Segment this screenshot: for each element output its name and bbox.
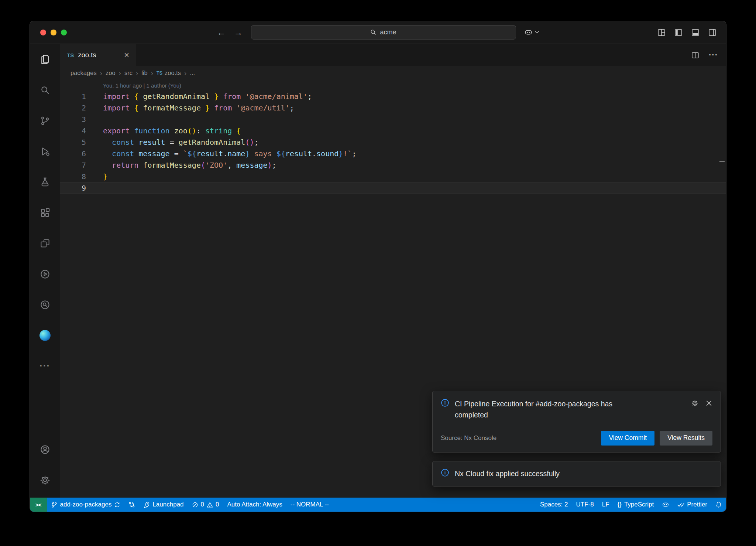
code-line[interactable]: 6 const message = `${result.name} says $… <box>60 148 726 160</box>
warnings-count: 0 <box>216 501 219 508</box>
code-line[interactable]: 5 const result = getRandomAnimal(); <box>60 137 726 148</box>
notification-settings-gear-icon[interactable] <box>691 399 699 407</box>
git-branch-icon <box>51 501 58 508</box>
command-center-search[interactable]: acme <box>251 25 516 40</box>
remote-explorer-icon[interactable] <box>30 228 60 259</box>
indentation-status[interactable]: Spaces: 2 <box>536 498 572 512</box>
copilot-icon <box>662 501 669 508</box>
toggle-secondary-sidebar-icon[interactable] <box>708 28 717 37</box>
code-text: import { getRandomAnimal } from '@acme/a… <box>86 91 312 102</box>
breadcrumb-item-lib[interactable]: lib <box>141 69 148 76</box>
notification-toast-ci-pipeline: CI Pipeline Execution for #add-zoo-packa… <box>432 391 721 453</box>
code-text: import { formatMessage } from '@acme/uti… <box>86 102 294 114</box>
inspect-circle-icon[interactable] <box>30 289 60 320</box>
breadcrumb: packages › zoo › src › lib › TS zoo.ts ›… <box>60 66 726 80</box>
copilot-menu-button[interactable] <box>524 28 539 37</box>
launchpad-label: Launchpad <box>152 501 183 508</box>
view-commit-button[interactable]: View Commit <box>601 431 654 446</box>
search-sidebar-icon[interactable] <box>30 75 60 105</box>
more-views-icon[interactable]: ··· <box>30 351 60 381</box>
search-icon <box>370 29 377 35</box>
toggle-panel-icon[interactable] <box>691 28 700 37</box>
launchpad-status[interactable]: Launchpad <box>139 498 188 512</box>
remote-indicator[interactable]: >< <box>30 498 47 512</box>
double-check-icon <box>677 502 684 508</box>
zoom-window-button[interactable] <box>61 30 67 35</box>
inline-blame-annotation: You, 1 hour ago | 1 author (You) <box>103 82 181 89</box>
code-line[interactable]: 2import { formatMessage } from '@acme/ut… <box>60 102 726 114</box>
chevron-down-icon <box>535 31 539 34</box>
line-number: 2 <box>60 102 86 114</box>
notification-source: Source: Nx Console <box>441 434 496 442</box>
code-line[interactable]: 3 <box>60 114 726 125</box>
breadcrumb-item-zoo[interactable]: zoo <box>106 69 116 76</box>
info-icon <box>441 468 449 477</box>
problems-status[interactable]: 0 0 <box>188 498 223 512</box>
vim-mode-label: -- NORMAL -- <box>291 501 329 508</box>
navigate-back-icon[interactable]: ← <box>217 28 226 37</box>
code-line[interactable]: 7 return formatMessage('ZOO', message); <box>60 160 726 171</box>
breadcrumb-file-label: zoo.ts <box>165 69 181 76</box>
language-label: TypeScript <box>624 501 654 508</box>
copilot-status[interactable] <box>658 498 673 512</box>
errors-count: 0 <box>201 501 204 508</box>
eol-status[interactable]: LF <box>598 498 614 512</box>
tab-close-icon[interactable]: × <box>124 51 129 59</box>
breadcrumb-item-src[interactable]: src <box>124 69 133 76</box>
breadcrumb-item-tail[interactable]: ... <box>190 69 195 76</box>
view-results-button[interactable]: View Results <box>660 431 712 446</box>
split-editor-icon[interactable] <box>691 51 699 59</box>
toggle-primary-sidebar-icon[interactable] <box>674 28 683 37</box>
minimize-window-button[interactable] <box>51 30 56 35</box>
git-compare-status[interactable] <box>124 498 139 512</box>
git-branch-status[interactable]: add-zoo-packages <box>47 498 125 512</box>
explorer-icon[interactable] <box>30 44 60 75</box>
breadcrumb-separator: › <box>184 69 186 76</box>
vim-mode-status[interactable]: -- NORMAL -- <box>286 498 333 512</box>
vscode-window: ← → acme <box>30 21 726 512</box>
bell-icon <box>715 501 722 508</box>
edge-browser-icon[interactable] <box>30 320 60 351</box>
code-line[interactable]: 8} <box>60 171 726 182</box>
breadcrumb-separator: › <box>151 69 153 76</box>
encoding-label: UTF-8 <box>576 501 594 508</box>
encoding-status[interactable]: UTF-8 <box>572 498 598 512</box>
navigate-forward-icon[interactable]: → <box>234 28 243 37</box>
overview-ruler-marker <box>719 161 725 162</box>
language-mode-status[interactable]: {} TypeScript <box>614 498 658 512</box>
code-lines: 1import { getRandomAnimal } from '@acme/… <box>60 91 726 194</box>
line-number: 3 <box>60 114 86 125</box>
tab-label: zoo.ts <box>78 51 96 59</box>
run-debug-icon[interactable] <box>30 136 60 167</box>
play-circle-icon[interactable] <box>30 259 60 289</box>
branch-name-label: add-zoo-packages <box>60 501 112 508</box>
notification-close-icon[interactable] <box>705 400 712 407</box>
code-text: export function zoo(): string { <box>86 125 241 137</box>
sync-icon <box>114 502 120 508</box>
code-line[interactable]: 9 <box>60 182 726 194</box>
close-window-button[interactable] <box>40 30 46 35</box>
editor-actions-more-icon[interactable]: ··· <box>709 50 718 60</box>
copilot-icon <box>524 28 533 37</box>
code-line[interactable]: 1import { getRandomAnimal } from '@acme/… <box>60 91 726 102</box>
auto-attach-status[interactable]: Auto Attach: Always <box>223 498 286 512</box>
breadcrumb-item-packages[interactable]: packages <box>71 69 97 76</box>
braces-icon: {} <box>618 501 622 508</box>
tab-zoo-ts[interactable]: TS zoo.ts × <box>60 44 136 66</box>
source-control-icon[interactable] <box>30 105 60 136</box>
tab-bar: TS zoo.ts × ··· <box>60 44 726 66</box>
code-text: const result = getRandomAnimal(); <box>86 137 259 148</box>
code-line[interactable]: 4export function zoo(): string { <box>60 125 726 137</box>
accounts-icon[interactable] <box>30 434 60 465</box>
notifications-bell[interactable] <box>711 498 726 512</box>
testing-icon[interactable] <box>30 167 60 197</box>
layout-controls <box>657 21 717 44</box>
code-text <box>86 182 103 194</box>
formatter-status[interactable]: Prettier <box>673 498 711 512</box>
extensions-icon[interactable] <box>30 197 60 228</box>
typescript-file-icon: TS <box>157 71 162 76</box>
breadcrumb-item-file[interactable]: TS zoo.ts <box>157 69 181 76</box>
customize-layout-icon[interactable] <box>657 28 666 37</box>
notification-message: CI Pipeline Execution for #add-zoo-packa… <box>455 399 647 420</box>
settings-gear-icon[interactable] <box>30 465 60 495</box>
